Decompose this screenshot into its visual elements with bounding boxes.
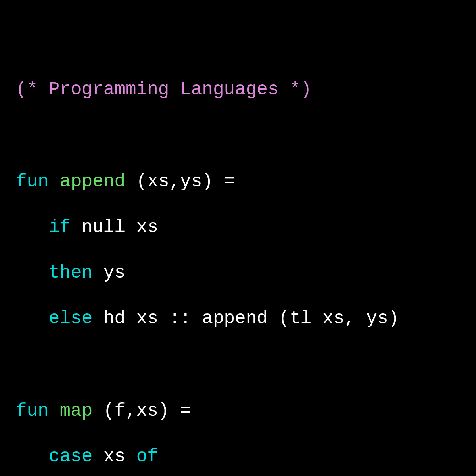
keyword-case: case [49, 446, 92, 467]
blank-line [16, 124, 460, 148]
params: (xs,ys) = [125, 171, 235, 192]
code-line: if null xs [16, 216, 460, 239]
keyword-fun: fun [16, 401, 49, 421]
code-line: else hd xs :: append (tl xs, ys) [16, 307, 460, 330]
code-line: (* Programming Languages *) [16, 79, 460, 102]
code-line: then ys [16, 262, 460, 285]
keyword-fun: fun [16, 171, 49, 192]
blank-line [16, 353, 460, 377]
function-name: map [60, 401, 92, 421]
keyword-then: then [49, 263, 92, 283]
keyword-else: else [49, 308, 92, 329]
params: (f,xs) = [92, 401, 191, 421]
keyword-of: of [136, 446, 158, 467]
code-line: fun append (xs,ys) = [16, 171, 460, 194]
code-line: fun map (f,xs) = [16, 400, 460, 423]
function-name: append [60, 171, 125, 192]
keyword-if: if [49, 217, 71, 238]
code-line: case xs of [16, 445, 460, 468]
code-editor: (* Programming Languages *) fun append (… [16, 56, 460, 476]
comment-text: (* Programming Languages *) [16, 79, 311, 100]
